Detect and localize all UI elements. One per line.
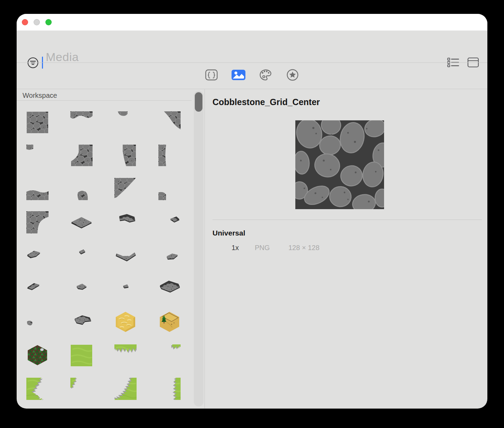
list-view-icon[interactable] — [447, 57, 460, 69]
search-placeholder: Media — [46, 50, 79, 64]
filter-icon[interactable] — [27, 57, 39, 69]
media-thumbnail-iso-frag-e[interactable] — [70, 278, 93, 300]
dimensions-label: 128 × 128 — [288, 244, 320, 252]
media-thumbnail-cobble-notch-tl[interactable] — [70, 145, 93, 167]
media-thumbnail-grass-square[interactable] — [70, 344, 93, 367]
tab-symbols[interactable] — [285, 68, 300, 82]
tab-snippets[interactable] — [204, 68, 219, 82]
media-thumbnail-grass-edge-right[interactable] — [158, 378, 181, 400]
tab-media[interactable] — [231, 68, 246, 82]
traffic-lights — [22, 19, 52, 25]
media-thumbnail-cobble-dot-tl[interactable] — [26, 145, 49, 167]
media-thumbnail-iso-frag-d[interactable] — [26, 278, 49, 300]
media-thumbnail-grass-tiny-tl[interactable] — [70, 378, 93, 400]
media-thumbnail-cobble-dot-bl[interactable] — [158, 178, 181, 200]
media-thumbnail-cobble-corner-tr[interactable] — [158, 111, 181, 134]
media-thumbnail-grass-corner-br[interactable] — [114, 378, 137, 400]
asset-preview-image — [295, 120, 384, 209]
media-thumbnail-cobble-strip-right[interactable] — [114, 145, 137, 167]
media-thumbnail-forest-cube[interactable] — [26, 344, 49, 367]
media-thumbnail-cobble-top-small[interactable] — [114, 111, 137, 134]
media-thumbnail-iso-frag-c[interactable] — [158, 245, 181, 267]
tab-bar — [17, 68, 487, 82]
media-thumbnail-cobble-strip-left[interactable] — [158, 145, 181, 167]
media-thumbnail-iso-frag-v[interactable] — [114, 245, 137, 267]
titlebar — [17, 14, 487, 31]
media-thumbnail-iso-diamond[interactable] — [70, 211, 93, 233]
media-thumbnail-iso-frag-top[interactable] — [114, 211, 137, 233]
media-thumbnail-iso-frag-left[interactable] — [26, 245, 49, 267]
zoom-button[interactable] — [45, 19, 52, 25]
media-library-window: Media — [17, 14, 487, 409]
window-panel-icon[interactable] — [467, 57, 479, 69]
detail-divider — [212, 220, 482, 220]
media-thumbnail-iso-frag-tiny2[interactable] — [114, 278, 137, 300]
media-thumbnail-sand-tree[interactable] — [158, 311, 181, 333]
minimize-button[interactable] — [34, 19, 40, 25]
media-thumbnail-cobble-bottom-edge[interactable] — [26, 178, 49, 200]
media-thumbnail-cobble-full[interactable] — [26, 111, 49, 134]
media-thumbnail-cobble-dot-tiny[interactable] — [26, 311, 49, 333]
scrollbar-track[interactable] — [194, 91, 203, 406]
search-field[interactable]: Media — [17, 31, 487, 62]
panel-divider — [205, 89, 205, 409]
media-thumbnail-grass-corner-small[interactable] — [158, 344, 181, 367]
idiom-label: Universal — [212, 229, 245, 237]
format-label: PNG — [255, 244, 270, 252]
tab-colors[interactable] — [258, 68, 273, 82]
close-button[interactable] — [22, 19, 28, 25]
asset-title: Cobblestone_Grid_Center — [212, 97, 320, 107]
sidebar-group-label: Workspace — [23, 92, 57, 100]
divider — [17, 89, 487, 89]
media-thumbnail-iso-frag-small[interactable] — [158, 211, 181, 233]
media-thumbnail-cobble-top-edge[interactable] — [70, 111, 93, 134]
media-thumbnail-iso-frag-notch[interactable] — [70, 311, 93, 333]
media-thumbnail-grass-corner-tl[interactable] — [26, 378, 49, 400]
sidebar-group-underline — [17, 100, 192, 101]
media-thumbnail-cobble-bottom-small[interactable] — [70, 178, 93, 200]
divider — [17, 62, 487, 63]
media-thumbnail-sand-hex[interactable] — [114, 311, 137, 333]
scale-label: 1x — [232, 244, 239, 252]
media-thumbnail-grass-edge-top[interactable] — [114, 344, 137, 367]
media-thumbnail-cobble-corner-tl-diag[interactable] — [114, 178, 137, 200]
media-thumbnail-iso-wide[interactable] — [158, 278, 181, 300]
media-thumbnail-iso-frag-tiny[interactable] — [70, 245, 93, 267]
scrollbar-thumb[interactable] — [195, 92, 202, 112]
media-thumbnail-cobble-corner-tl-large[interactable] — [26, 211, 49, 233]
